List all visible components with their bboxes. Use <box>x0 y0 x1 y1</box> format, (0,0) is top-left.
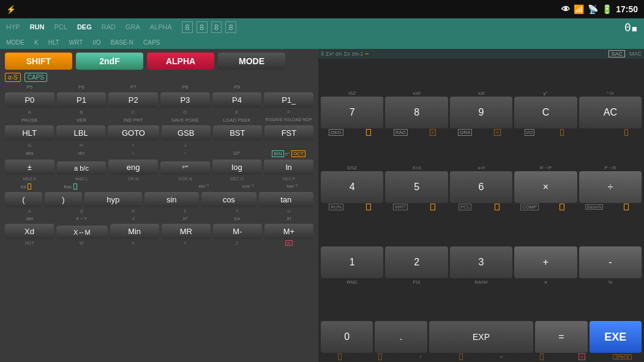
p0-button[interactable]: P0 <box>5 92 54 108</box>
lparen-button[interactable]: ( <box>5 192 42 207</box>
mac-indicator: MAC <box>629 51 642 57</box>
xfact-label: X! <box>264 216 313 221</box>
io-sub-label: I/O <box>514 130 545 135</box>
cos-button[interactable]: cos <box>201 192 256 207</box>
btn-8-wrap: x≥0 8 <box>385 90 447 128</box>
2nd-button[interactable]: 2ndF <box>76 53 143 70</box>
btn-minus[interactable]: - <box>579 246 642 278</box>
bot-ind-f: f <box>402 354 440 360</box>
mr-button[interactable]: MR <box>162 224 211 239</box>
seg-3: 8 <box>211 21 222 33</box>
orange-ind-3: > <box>482 130 513 135</box>
basen-orange-box <box>624 204 629 210</box>
btn-2[interactable]: 2 <box>385 246 447 278</box>
btn-dot[interactable]: . <box>375 321 427 353</box>
btn-5[interactable]: 5 <box>385 171 447 203</box>
hex-p-label: HEX P <box>264 177 313 181</box>
dc-label: d/c <box>57 150 107 157</box>
tan-button[interactable]: tan <box>259 192 314 207</box>
min-button[interactable]: Min <box>110 224 159 239</box>
hlt-button[interactable]: HLT <box>5 125 54 141</box>
abc-button[interactable]: a b/c <box>57 161 107 175</box>
bot-box-1 <box>338 353 342 360</box>
btn-exp-wrap: EXP <box>429 321 534 353</box>
p1-button[interactable]: P1 <box>57 92 107 108</box>
log-buttons-row: ± a b/c eng °'" log ln <box>2 160 316 175</box>
save-poke-label: SAVE POKE <box>160 117 210 123</box>
btn-4[interactable]: 4 <box>321 171 383 203</box>
p4-button[interactable]: P4 <box>212 92 262 108</box>
btn-plus[interactable]: + <box>514 246 577 278</box>
btn-ac[interactable]: AC <box>579 97 642 128</box>
ln-button[interactable]: ln <box>264 160 313 175</box>
xm-button[interactable]: X↔M <box>56 226 108 239</box>
btn-9[interactable]: 9 <box>450 97 512 128</box>
rparen-button[interactable]: ) <box>45 192 82 207</box>
eng-button[interactable]: eng <box>108 160 158 175</box>
btn-0[interactable]: 0 <box>321 321 373 353</box>
plusminus-button[interactable]: ± <box>5 160 54 175</box>
p3-button[interactable]: P3 <box>160 92 210 108</box>
lbl-button[interactable]: LBL <box>56 125 105 141</box>
dms-button[interactable]: °'" <box>160 161 210 175</box>
tan-inv-label: tan⁻¹ <box>271 183 313 190</box>
xey-label: X↔Y <box>57 216 107 221</box>
hyp-button[interactable]: hyp <box>84 192 142 207</box>
bin-oct-labels: BIN eˣ OCT <box>264 150 313 157</box>
alpha-button[interactable]: ALPHA <box>147 53 214 70</box>
info-hyp: HYP <box>6 23 20 31</box>
ar-tag: ar <box>285 240 293 246</box>
row-456: DSZ 4 X=0 5 x=f 6 R→P × P→R ÷ <box>321 136 642 204</box>
bst-button[interactable]: BST <box>213 125 262 141</box>
int-label: int <box>5 183 47 190</box>
a-label: A <box>5 109 54 115</box>
isz-label: ISZ <box>348 90 356 96</box>
bot-box-3 <box>459 353 463 360</box>
gsb-button[interactable]: GSB <box>162 125 211 141</box>
goto-button[interactable]: GOTO <box>108 125 159 141</box>
p1u-button[interactable]: P1_ <box>264 92 313 108</box>
run-orange-box <box>366 204 371 210</box>
u-v-label: U <box>264 209 313 213</box>
orange-ind-5 <box>611 130 642 135</box>
pcl-orange-ind <box>482 204 513 210</box>
btn-1[interactable]: 1 <box>321 246 383 278</box>
bin-tag: BIN <box>272 150 283 157</box>
log-top-labels: abs d/c ← ← 10ˣ BIN eˣ OCT <box>2 150 316 158</box>
sigman1-ind: σn-1 <box>352 51 364 57</box>
btn-8[interactable]: 8 <box>385 97 447 128</box>
r-label: R <box>108 209 158 213</box>
fst-button[interactable]: FST <box>264 125 313 141</box>
k-label <box>212 142 262 148</box>
btn-ac-wrap: ˣ√x AC <box>579 90 642 128</box>
mminus-button[interactable]: M- <box>213 224 262 239</box>
sin-button[interactable]: sin <box>144 192 200 207</box>
btn-div[interactable]: ÷ <box>579 171 642 203</box>
btn-exe[interactable]: EXE <box>590 321 642 353</box>
status-left: ⚡ <box>6 5 16 14</box>
f-label: F <box>264 109 313 115</box>
shift-button[interactable]: SHIFT <box>5 53 72 70</box>
btn-7[interactable]: 7 <box>321 97 383 128</box>
mem-buttons-row: Xd X↔M Min MR M- M+ <box>2 224 316 239</box>
xd-button[interactable]: Xd <box>5 224 54 239</box>
btn-exp[interactable]: EXP <box>429 321 534 353</box>
btn-3-wrap: 3 <box>450 246 512 278</box>
p2-button[interactable]: P2 <box>108 92 158 108</box>
btn-3[interactable]: 3 <box>450 246 512 278</box>
sin-inv-label: sin⁻¹ <box>182 183 225 190</box>
ib2-mode: MODE <box>6 39 24 46</box>
oct-tag: OCT <box>291 150 305 157</box>
btn-c[interactable]: C <box>514 97 577 128</box>
btn-mul[interactable]: × <box>514 171 577 203</box>
mode-button[interactable]: MODE <box>218 53 285 70</box>
usb-icon: ⚡ <box>6 5 16 14</box>
log-button[interactable]: log <box>212 160 262 175</box>
status-bar: ⚡ 👁 📶 📡 🔋 17:50 <box>0 0 644 18</box>
btn-6[interactable]: 6 <box>450 171 512 203</box>
mplus-button[interactable]: M+ <box>264 224 313 239</box>
bot-box-5 <box>540 353 544 360</box>
ex-label: eˣ <box>285 151 290 157</box>
pause-label: PAUSE <box>5 117 54 123</box>
btn-eq[interactable]: = <box>535 321 587 353</box>
